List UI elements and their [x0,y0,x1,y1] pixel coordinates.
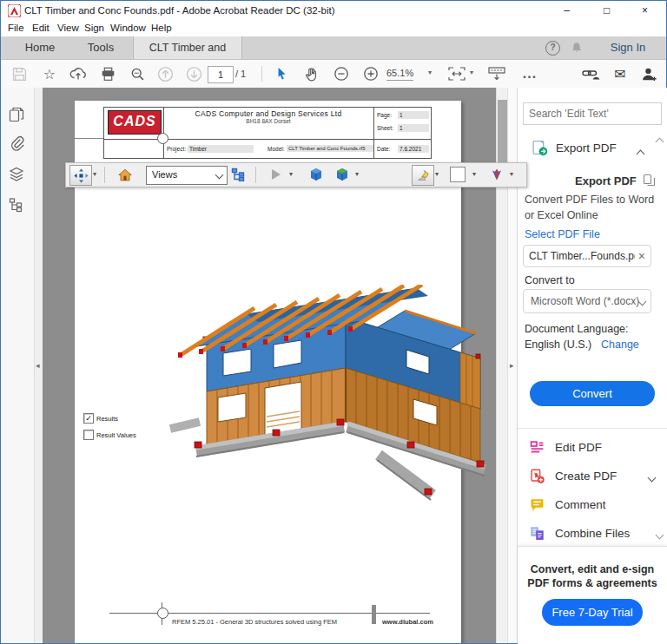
drawing-header-table: CADS CADS Computer and Design Services L… [103,107,432,159]
background-color-swatch[interactable] [446,165,469,184]
tool-comment[interactable]: Comment [518,490,667,519]
layers-icon[interactable] [9,167,26,184]
panel-scroll-up-icon[interactable] [657,133,663,148]
company-name: CADS Computer and Design Services Ltd [164,109,373,118]
model-value: CLT Timber and Conc Founds.rf5 [287,145,373,152]
registration-mark-bottom [157,608,168,619]
remove-file-icon[interactable]: × [638,249,645,263]
results-checkbox-row[interactable]: ✓ Results [83,413,118,424]
swatch-caret-icon[interactable]: ▾ [472,170,476,178]
orbit-caret-icon[interactable]: ▾ [93,170,96,178]
footer-website: www.dlubal.com [382,618,433,626]
tool-create-pdf[interactable]: Create PDF [518,462,667,490]
title-bar: CLT Timber and Conc Founds.pdf - Adobe A… [1,1,666,21]
solid-model-cube-icon[interactable] [306,165,327,184]
scrollbar-thumb[interactable] [498,100,507,166]
tools-panel: Export PDF Export PDF Convert PDF Files … [517,88,667,643]
play-caret-icon[interactable]: ▾ [289,170,293,178]
star-icon[interactable]: ☆ [38,63,61,84]
render-caret-icon[interactable]: ▾ [355,170,359,178]
render-mode-cube-icon[interactable] [332,165,353,184]
zoom-caret-icon[interactable]: ▾ [428,69,432,76]
views-caret-icon [216,168,222,184]
tab-home[interactable]: Home [13,36,67,59]
menu-file[interactable]: File [4,23,28,33]
export-pdf-icon [532,140,548,156]
model-tree-icon[interactable] [228,165,248,184]
close-button[interactable]: × [625,1,664,21]
lighting-caret-icon[interactable]: ▾ [435,170,439,178]
tool-combine-files[interactable]: Combine Files [518,519,667,548]
select-tool-icon[interactable] [270,63,293,84]
previous-page-icon[interactable] [154,63,176,84]
menu-window[interactable]: Window [107,23,149,33]
zoom-in-icon[interactable] [360,63,382,84]
more-tools-icon[interactable]: ... [518,63,541,84]
lighting-lamp-icon[interactable] [412,165,434,186]
fan-caret-icon[interactable]: ▾ [510,170,513,178]
export-pdf-header[interactable]: Export PDF [556,141,617,154]
date-label: Date: [377,146,391,152]
orbit-navigation-icon[interactable] [69,165,92,186]
menu-sign[interactable]: Sign [81,23,108,33]
next-page-icon[interactable] [182,63,205,84]
add-person-icon[interactable] [637,63,660,84]
date-value: 7.6.2021 [398,145,429,153]
edit-pdf-icon [530,440,545,455]
zoom-out-icon[interactable] [330,63,353,84]
page-number-input[interactable] [208,66,234,83]
save-icon[interactable] [8,63,30,84]
menu-view[interactable]: View [54,23,83,33]
fit-width-icon[interactable] [446,63,468,84]
bookmarks-tree-icon[interactable] [9,197,26,214]
format-caret-icon [639,295,645,307]
comment-icon [530,497,545,512]
help-icon[interactable]: ? [545,41,560,56]
collapse-section-icon[interactable] [637,145,644,161]
tab-tools[interactable]: Tools [74,36,128,59]
share-cloud-icon[interactable] [67,63,89,84]
left-panel-splitter[interactable]: ◂ [35,88,43,643]
tab-bar: Home Tools CLT Timber and Co...× ? Sign … [1,36,666,60]
share-link-icon[interactable] [579,63,602,84]
attachments-paperclip-icon[interactable] [9,135,26,153]
copy-pages-icon[interactable] [643,174,656,187]
select-pdf-file-link[interactable]: Select PDF File [525,228,600,240]
format-dropdown[interactable]: Microsoft Word (*.docx) [523,289,651,313]
render-style-fan-icon[interactable] [486,165,507,184]
results-checkbox[interactable]: ✓ [83,413,94,424]
fit-caret-icon[interactable]: ▾ [470,69,473,76]
sign-in-button[interactable]: Sign In [604,36,652,59]
zoom-level-value[interactable]: 65.1% [386,68,413,81]
menu-help[interactable]: Help [148,23,175,33]
selected-file-chip[interactable]: CLT Timber...Founds.pdf × [523,245,651,267]
result-values-checkbox-row[interactable]: Result Values [83,430,136,440]
structural-model-3d[interactable] [146,285,493,509]
hand-tool-icon[interactable] [300,63,322,84]
maximize-button[interactable]: □ [587,1,626,21]
print-icon[interactable] [96,63,119,84]
page-thumbnails-icon[interactable] [9,107,26,124]
play-animation-icon[interactable] [266,165,287,184]
expand-right-icon[interactable]: ▸ [510,362,514,370]
page-display-icon[interactable] [485,63,508,84]
tab-document[interactable]: CLT Timber and Co...× [133,36,242,59]
search-tools-input[interactable] [523,102,662,125]
collapse-left-icon[interactable]: ◂ [36,362,40,370]
result-values-checkbox[interactable] [83,430,94,440]
free-trial-button[interactable]: Free 7-Day Trial [542,599,643,626]
email-icon[interactable]: ✉ [609,63,631,84]
home-view-icon[interactable] [115,165,135,184]
change-language-link[interactable]: Change [601,338,639,351]
search-icon[interactable] [126,63,149,84]
create-pdf-expand-icon[interactable] [649,469,655,484]
convert-button[interactable]: Convert [530,381,655,406]
panel-scroll-down-icon[interactable] [657,526,663,542]
convert-to-label: Convert to [525,274,575,286]
minimize-button[interactable]: – [547,1,586,21]
views-dropdown[interactable]: Views [146,166,228,185]
bell-icon[interactable] [571,42,583,54]
document-language-value: English (U.S.) [525,338,591,351]
menu-edit[interactable]: Edit [29,23,53,33]
tool-edit-pdf[interactable]: Edit PDF [518,433,667,462]
